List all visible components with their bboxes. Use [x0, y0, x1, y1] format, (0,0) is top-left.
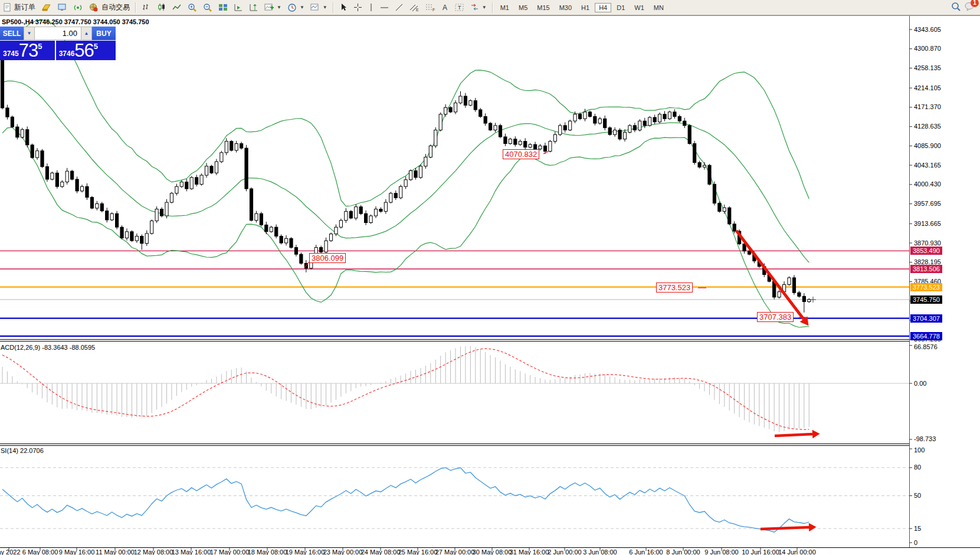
chart-canvas[interactable]: [0, 0, 980, 555]
time-tick-label: 2 Jun 00:00: [548, 549, 582, 555]
time-tick-label: 9 Jun 08:00: [704, 549, 739, 555]
price-level-badge: 3745.750: [910, 295, 942, 304]
macd-tick-label: -98.733: [914, 435, 936, 442]
time-tick-label: 11 May 00:00: [96, 549, 135, 555]
price-callout-label[interactable]: 3707.383: [757, 312, 794, 322]
price-tick-label: 4000.430: [914, 180, 941, 188]
price-level-badge: 3664.778: [910, 332, 942, 340]
time-tick-label: ay 2022: [0, 549, 21, 555]
macd-indicator-label: ACD(12,26,9) -83.3643 -88.0595: [1, 344, 95, 351]
price-tick-label: 3870.930: [914, 239, 941, 247]
time-tick-label: 24 May 08:00: [361, 549, 401, 555]
price-level-badge: 3773.523: [910, 283, 942, 291]
price-callout-label[interactable]: 3773.523: [656, 283, 693, 293]
time-tick-label: 3 Jun 08:00: [583, 549, 617, 555]
buy-price-pip: 5: [94, 41, 98, 51]
mt4-terminal: { "toolbar": { "left": [ {"name":"new-or…: [0, 0, 980, 555]
time-tick-label: 30 May 08:00: [473, 549, 512, 555]
time-tick-label: 13 May 16:00: [172, 549, 211, 555]
time-tick-label: 18 May 08:00: [248, 549, 287, 555]
time-tick-label: 31 May 16:00: [510, 549, 549, 555]
sell-price-pip: 5: [38, 41, 42, 51]
buy-price-main: 56: [74, 42, 93, 60]
time-tick-label: 12 May 08:00: [134, 549, 173, 555]
rsi-tick-label: 50: [914, 492, 921, 499]
time-tick-label: 6 May 08:00: [22, 549, 58, 555]
time-tick-label: 8 Jun 00:00: [666, 549, 700, 555]
price-callout-label[interactable]: 4070.832: [503, 149, 539, 159]
price-tick-label: 4085.900: [914, 142, 941, 149]
buy-price-base: 3746: [59, 50, 75, 60]
volume-increase-button[interactable]: ▲: [81, 27, 92, 40]
price-level-badge: 3853.490: [910, 247, 942, 255]
time-tick-label: 23 May 00:00: [323, 549, 363, 555]
buy-price-box[interactable]: 3746 56 5: [56, 41, 116, 60]
sell-price-box[interactable]: 3745 73 5: [0, 41, 55, 60]
time-tick-label: 6 Jun 16:00: [629, 549, 663, 555]
macd-tick-label: 0.00: [914, 380, 926, 387]
sell-price-main: 73: [19, 42, 38, 60]
sell-button[interactable]: SELL: [0, 27, 24, 40]
time-tick-label: 27 May 00:00: [435, 549, 475, 555]
volume-input[interactable]: [35, 27, 81, 40]
price-tick-label: 3913.665: [914, 220, 941, 227]
chart-symbol-title: SP500-,H4 3746.250 3747.750 3744.050 374…: [2, 18, 149, 25]
rsi-tick-label: 100: [914, 446, 925, 454]
time-tick-label: 9 May 16:00: [59, 549, 95, 555]
one-click-trade-panel: SELL ▼ ▲ BUY 3745 73 5 3746 56 5: [0, 27, 116, 60]
price-tick-label: 4214.105: [914, 84, 941, 91]
rsi-tick-label: 80: [914, 464, 921, 471]
price-tick-label: 4128.635: [914, 123, 941, 130]
time-tick-label: 25 May 16:00: [398, 549, 438, 555]
price-callout-label[interactable]: 3806.099: [309, 253, 346, 263]
price-level-badge: 3813.506: [910, 265, 942, 273]
buy-button[interactable]: BUY: [92, 27, 116, 40]
rsi-indicator-label: SI(14) 22.0706: [1, 447, 44, 454]
price-tick-label: 3957.695: [914, 200, 941, 207]
price-tick-label: 4043.165: [914, 162, 941, 169]
sell-price-base: 3745: [3, 50, 19, 60]
macd-tick-label: 66.8576: [914, 343, 938, 350]
rsi-tick-label: 0: [914, 539, 917, 546]
price-tick-label: 4171.370: [914, 103, 941, 110]
price-tick-label: 4258.135: [914, 64, 941, 71]
time-tick-label: 17 May 00:00: [210, 549, 250, 555]
volume-decrease-button[interactable]: ▼: [24, 27, 35, 40]
price-tick-label: 4343.605: [914, 26, 941, 33]
time-tick-label: 14 Jun 00:00: [778, 549, 816, 555]
price-tick-label: 4300.870: [914, 45, 941, 52]
price-level-badge: 3704.307: [910, 314, 942, 323]
time-tick-label: 10 Jun 16:00: [742, 549, 779, 555]
time-tick-label: 19 May 16:00: [286, 549, 325, 555]
rsi-tick-label: 15: [914, 525, 921, 532]
